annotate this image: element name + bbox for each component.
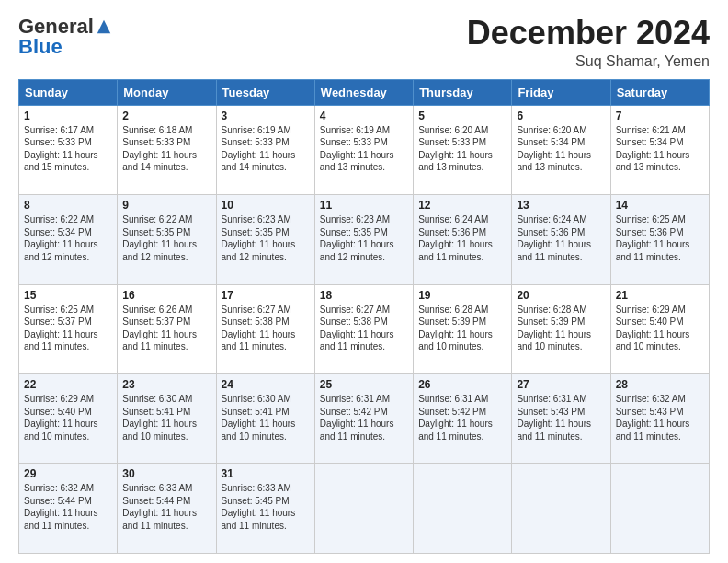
cell-content: Sunrise: 6:19 AMSunset: 5:33 PMDaylight:… <box>222 125 296 173</box>
cell-content: Sunrise: 6:20 AMSunset: 5:34 PMDaylight:… <box>517 125 591 173</box>
cell-content: Sunrise: 6:29 AMSunset: 5:40 PMDaylight:… <box>24 394 98 442</box>
calendar-week-row: 1 Sunrise: 6:17 AMSunset: 5:33 PMDayligh… <box>19 105 710 194</box>
day-number: 19 <box>418 289 506 302</box>
day-number: 13 <box>517 199 605 212</box>
calendar-cell: 5 Sunrise: 6:20 AMSunset: 5:33 PMDayligh… <box>414 105 512 194</box>
subtitle: Suq Shamar, Yemen <box>467 53 710 70</box>
cell-content: Sunrise: 6:28 AMSunset: 5:39 PMDaylight:… <box>517 304 591 352</box>
cell-content: Sunrise: 6:19 AMSunset: 5:33 PMDaylight:… <box>320 125 394 173</box>
cell-content: Sunrise: 6:27 AMSunset: 5:38 PMDaylight:… <box>320 304 394 352</box>
cell-content: Sunrise: 6:33 AMSunset: 5:45 PMDaylight:… <box>222 483 296 531</box>
calendar-cell: 19 Sunrise: 6:28 AMSunset: 5:39 PMDaylig… <box>414 284 512 373</box>
cell-content: Sunrise: 6:22 AMSunset: 5:34 PMDaylight:… <box>24 214 98 262</box>
calendar-cell <box>414 464 512 554</box>
day-number: 23 <box>122 378 210 391</box>
day-number: 28 <box>616 378 704 391</box>
calendar-cell: 23 Sunrise: 6:30 AMSunset: 5:41 PMDaylig… <box>118 374 216 464</box>
day-number: 22 <box>24 378 112 391</box>
cell-content: Sunrise: 6:31 AMSunset: 5:43 PMDaylight:… <box>517 394 591 442</box>
calendar-cell: 12 Sunrise: 6:24 AMSunset: 5:36 PMDaylig… <box>414 195 512 284</box>
calendar-cell: 27 Sunrise: 6:31 AMSunset: 5:43 PMDaylig… <box>512 374 610 464</box>
calendar-header-sunday: Sunday <box>19 79 118 105</box>
day-number: 18 <box>320 289 408 302</box>
cell-content: Sunrise: 6:33 AMSunset: 5:44 PMDaylight:… <box>122 483 197 531</box>
day-number: 21 <box>616 289 704 302</box>
calendar-cell: 7 Sunrise: 6:21 AMSunset: 5:34 PMDayligh… <box>610 105 709 194</box>
logo: General Blue <box>18 15 112 59</box>
cell-content: Sunrise: 6:21 AMSunset: 5:34 PMDaylight:… <box>616 125 690 173</box>
day-number: 5 <box>418 109 506 122</box>
cell-content: Sunrise: 6:30 AMSunset: 5:41 PMDaylight:… <box>222 394 296 442</box>
calendar-cell: 6 Sunrise: 6:20 AMSunset: 5:34 PMDayligh… <box>512 105 610 194</box>
cell-content: Sunrise: 6:28 AMSunset: 5:39 PMDaylight:… <box>418 304 493 352</box>
calendar-week-row: 8 Sunrise: 6:22 AMSunset: 5:34 PMDayligh… <box>19 195 710 284</box>
calendar-table: SundayMondayTuesdayWednesdayThursdayFrid… <box>18 79 710 554</box>
cell-content: Sunrise: 6:31 AMSunset: 5:42 PMDaylight:… <box>418 394 493 442</box>
logo-icon <box>96 18 112 35</box>
calendar-cell: 31 Sunrise: 6:33 AMSunset: 5:45 PMDaylig… <box>216 464 314 554</box>
calendar-cell <box>610 464 709 554</box>
day-number: 17 <box>222 289 310 302</box>
cell-content: Sunrise: 6:23 AMSunset: 5:35 PMDaylight:… <box>320 214 394 262</box>
cell-content: Sunrise: 6:27 AMSunset: 5:38 PMDaylight:… <box>222 304 296 352</box>
calendar-cell: 22 Sunrise: 6:29 AMSunset: 5:40 PMDaylig… <box>19 374 118 464</box>
calendar-cell: 10 Sunrise: 6:23 AMSunset: 5:35 PMDaylig… <box>216 195 314 284</box>
cell-content: Sunrise: 6:22 AMSunset: 5:35 PMDaylight:… <box>122 214 197 262</box>
calendar-cell: 25 Sunrise: 6:31 AMSunset: 5:42 PMDaylig… <box>314 374 413 464</box>
calendar-cell: 11 Sunrise: 6:23 AMSunset: 5:35 PMDaylig… <box>314 195 413 284</box>
day-number: 11 <box>320 199 408 212</box>
calendar-cell: 13 Sunrise: 6:24 AMSunset: 5:36 PMDaylig… <box>512 195 610 284</box>
calendar-header-friday: Friday <box>512 79 610 105</box>
calendar-cell: 28 Sunrise: 6:32 AMSunset: 5:43 PMDaylig… <box>610 374 709 464</box>
day-number: 12 <box>418 199 506 212</box>
day-number: 7 <box>616 109 704 122</box>
cell-content: Sunrise: 6:23 AMSunset: 5:35 PMDaylight:… <box>222 214 296 262</box>
day-number: 26 <box>418 378 506 391</box>
day-number: 25 <box>320 378 408 391</box>
logo-blue-text: Blue <box>18 35 63 59</box>
day-number: 10 <box>222 199 310 212</box>
calendar-cell: 16 Sunrise: 6:26 AMSunset: 5:37 PMDaylig… <box>118 284 216 373</box>
day-number: 6 <box>517 109 605 122</box>
calendar-cell: 21 Sunrise: 6:29 AMSunset: 5:40 PMDaylig… <box>610 284 709 373</box>
title-block: December 2024 Suq Shamar, Yemen <box>467 15 710 70</box>
cell-content: Sunrise: 6:24 AMSunset: 5:36 PMDaylight:… <box>517 214 591 262</box>
calendar-cell: 29 Sunrise: 6:32 AMSunset: 5:44 PMDaylig… <box>19 464 118 554</box>
svg-marker-0 <box>97 20 110 33</box>
calendar-cell: 8 Sunrise: 6:22 AMSunset: 5:34 PMDayligh… <box>19 195 118 284</box>
header: General Blue December 2024 Suq Shamar, Y… <box>18 15 710 70</box>
calendar-cell: 3 Sunrise: 6:19 AMSunset: 5:33 PMDayligh… <box>216 105 314 194</box>
cell-content: Sunrise: 6:31 AMSunset: 5:42 PMDaylight:… <box>320 394 394 442</box>
calendar-cell <box>314 464 413 554</box>
calendar-cell: 24 Sunrise: 6:30 AMSunset: 5:41 PMDaylig… <box>216 374 314 464</box>
day-number: 31 <box>222 467 310 480</box>
calendar-cell: 9 Sunrise: 6:22 AMSunset: 5:35 PMDayligh… <box>118 195 216 284</box>
calendar-header-saturday: Saturday <box>610 79 709 105</box>
calendar-week-row: 29 Sunrise: 6:32 AMSunset: 5:44 PMDaylig… <box>19 464 710 554</box>
calendar-header-tuesday: Tuesday <box>216 79 314 105</box>
day-number: 4 <box>320 109 408 122</box>
main-title: December 2024 <box>467 15 710 52</box>
day-number: 3 <box>222 109 310 122</box>
cell-content: Sunrise: 6:26 AMSunset: 5:37 PMDaylight:… <box>122 304 197 352</box>
calendar-cell <box>512 464 610 554</box>
calendar-cell: 20 Sunrise: 6:28 AMSunset: 5:39 PMDaylig… <box>512 284 610 373</box>
calendar-cell: 4 Sunrise: 6:19 AMSunset: 5:33 PMDayligh… <box>314 105 413 194</box>
cell-content: Sunrise: 6:30 AMSunset: 5:41 PMDaylight:… <box>122 394 197 442</box>
cell-content: Sunrise: 6:25 AMSunset: 5:37 PMDaylight:… <box>24 304 98 352</box>
cell-content: Sunrise: 6:20 AMSunset: 5:33 PMDaylight:… <box>418 125 493 173</box>
calendar-cell: 14 Sunrise: 6:25 AMSunset: 5:36 PMDaylig… <box>610 195 709 284</box>
day-number: 30 <box>122 467 210 480</box>
day-number: 15 <box>24 289 112 302</box>
calendar-cell: 1 Sunrise: 6:17 AMSunset: 5:33 PMDayligh… <box>19 105 118 194</box>
day-number: 14 <box>616 199 704 212</box>
calendar-cell: 17 Sunrise: 6:27 AMSunset: 5:38 PMDaylig… <box>216 284 314 373</box>
calendar-week-row: 22 Sunrise: 6:29 AMSunset: 5:40 PMDaylig… <box>19 374 710 464</box>
day-number: 2 <box>122 109 210 122</box>
calendar-header-thursday: Thursday <box>414 79 512 105</box>
calendar-cell: 15 Sunrise: 6:25 AMSunset: 5:37 PMDaylig… <box>19 284 118 373</box>
day-number: 27 <box>517 378 605 391</box>
calendar-cell: 2 Sunrise: 6:18 AMSunset: 5:33 PMDayligh… <box>118 105 216 194</box>
cell-content: Sunrise: 6:25 AMSunset: 5:36 PMDaylight:… <box>616 214 690 262</box>
calendar-header-monday: Monday <box>118 79 216 105</box>
